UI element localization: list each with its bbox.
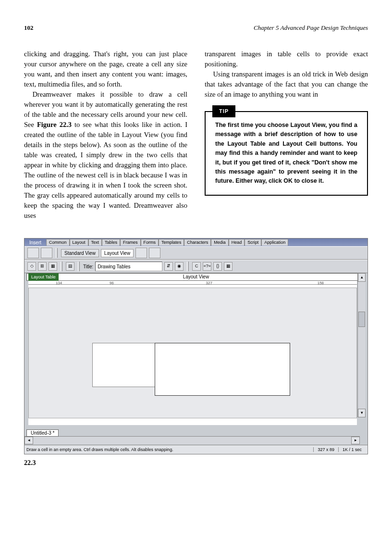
vertical-scrollbar[interactable]: ▴ ▾ <box>357 273 366 417</box>
tab-templates[interactable]: Templates <box>159 239 184 246</box>
document-toolbar: ◇ ⊞ ▦ ▤ Title: ⇵ ◉ C «?» {} ▦ <box>24 260 368 273</box>
title-label: Title: <box>83 264 93 269</box>
split-view-icon[interactable]: ⊞ <box>38 262 47 271</box>
right-column: transparent images in table cells to pro… <box>205 49 368 221</box>
layout-view-button[interactable]: Layout View <box>101 249 134 257</box>
scroll-right-icon[interactable]: ▸ <box>351 437 360 444</box>
tab-characters[interactable]: Characters <box>184 239 211 246</box>
standard-view-button[interactable]: Standard View <box>61 249 99 257</box>
body-paragraph: Dreamweaver makes it possible to draw a … <box>24 89 187 221</box>
layout-toolbar: Standard View Layout View <box>24 246 368 260</box>
status-message: Draw a cell in an empty area. Ctrl draws… <box>26 447 313 452</box>
body-paragraph: clicking and dragging. That's right, you… <box>24 49 187 89</box>
column-ruler: 134 96 327 158 <box>28 281 357 288</box>
chapter-title: Chapter 5 Advanced Page Design Technique… <box>254 24 368 32</box>
tab-common[interactable]: Common <box>46 239 70 246</box>
horizontal-scrollbar[interactable]: ◂ ▸ <box>24 436 360 444</box>
tab-forms[interactable]: Forms <box>141 239 159 246</box>
tab-frames[interactable]: Frames <box>120 239 141 246</box>
separator <box>78 262 80 271</box>
tab-text[interactable]: Text <box>88 239 102 246</box>
tip-label: TIP <box>212 105 235 117</box>
ruler-segment[interactable]: 158 <box>284 281 357 288</box>
figure-reference: Figure 22.3 <box>37 121 72 128</box>
tab-script[interactable]: Script <box>245 239 261 246</box>
layout-cell-drawing[interactable] <box>155 343 290 396</box>
scroll-down-icon[interactable]: ▾ <box>358 409 366 417</box>
title-group: Title: <box>83 262 162 271</box>
status-bar: Draw a cell in an empty area. Ctrl draws… <box>24 445 368 454</box>
table-icon[interactable] <box>27 248 39 258</box>
ruler-segment[interactable]: 96 <box>89 281 134 288</box>
tip-text: The first time you choose Layout View, y… <box>215 122 357 184</box>
layout-table-badge: Layout Table <box>28 273 59 281</box>
layout-view-header: Layout Table Layout View <box>26 273 366 281</box>
separator <box>61 262 62 271</box>
page-header: 102 Chapter 5 Advanced Page Design Techn… <box>24 24 368 32</box>
separator <box>187 262 189 271</box>
status-dimensions: 327 x 89 <box>313 447 338 452</box>
body-columns: clicking and dragging. That's right, you… <box>24 49 368 221</box>
code-nav-icon[interactable]: «?» <box>203 262 211 271</box>
body-paragraph: Using transparent images is an old trick… <box>205 69 368 100</box>
separator <box>56 248 58 258</box>
ruler-segment[interactable]: 327 <box>134 281 284 288</box>
refresh-icon[interactable]: C <box>192 262 201 271</box>
layout-cell[interactable] <box>92 343 156 387</box>
braces-icon[interactable]: {} <box>213 262 222 271</box>
title-input[interactable] <box>95 262 162 271</box>
screenshot-figure: Insert Common Layout Text Tables Frames … <box>24 238 368 454</box>
tab-layout[interactable]: Layout <box>70 239 88 246</box>
page-number: 102 <box>24 24 34 32</box>
scroll-up-icon[interactable]: ▴ <box>358 273 366 282</box>
left-column: clicking and dragging. That's right, you… <box>24 49 187 221</box>
layout-view-area: Layout Table Layout View 134 96 327 158 … <box>26 273 366 425</box>
insert-label: Insert <box>26 240 44 245</box>
tab-application[interactable]: Application <box>261 239 288 246</box>
globe-icon[interactable]: ◉ <box>175 262 184 271</box>
layout-table-icon[interactable] <box>135 248 147 258</box>
layer-icon[interactable] <box>41 248 52 258</box>
insert-panel-header: Insert Common Layout Text Tables Frames … <box>24 239 368 246</box>
scroll-left-icon[interactable]: ◂ <box>24 437 33 444</box>
layout-table[interactable] <box>28 288 357 418</box>
tab-media[interactable]: Media <box>211 239 229 246</box>
design-view-icon[interactable]: ▦ <box>49 262 57 271</box>
insert-tabs: Common Layout Text Tables Frames Forms T… <box>46 239 288 246</box>
tab-head[interactable]: Head <box>229 239 245 246</box>
code-view-icon[interactable]: ◇ <box>27 262 36 271</box>
scroll-thumb[interactable] <box>358 312 365 327</box>
ruler-segment[interactable]: 134 <box>28 281 89 288</box>
tip-box: TIP The first time you choose Layout Vie… <box>205 111 368 196</box>
tab-tables[interactable]: Tables <box>102 239 120 246</box>
figure-number: 22.3 <box>24 459 368 467</box>
document-tab[interactable]: Untitled-3 * <box>26 429 59 437</box>
validate-icon[interactable]: ⇵ <box>164 262 173 271</box>
options-icon[interactable]: ▦ <box>224 262 233 271</box>
canvas[interactable]: 134 96 327 158 <box>28 281 357 425</box>
layout-cell-icon[interactable] <box>149 248 160 258</box>
body-paragraph: transparent images in table cells to pro… <box>205 49 368 69</box>
live-view-icon[interactable]: ▤ <box>66 262 74 271</box>
status-size: 1K / 1 sec <box>338 447 366 452</box>
